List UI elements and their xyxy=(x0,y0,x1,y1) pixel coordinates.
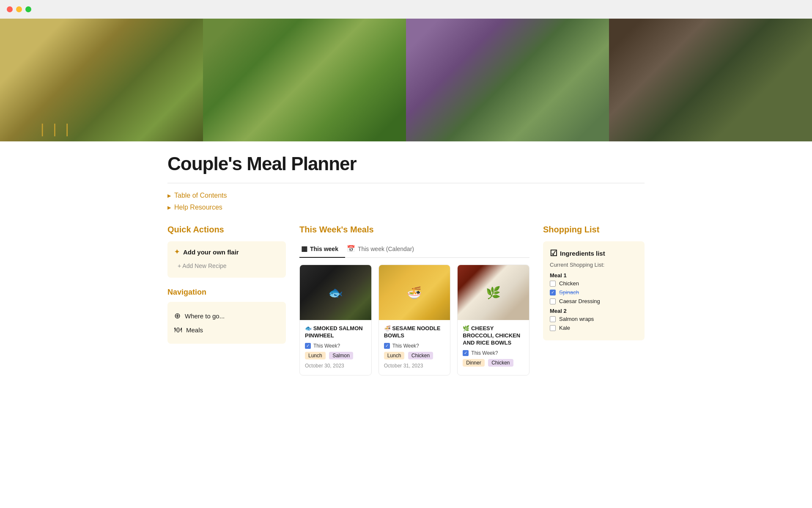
page-title: Couple's Meal Planner xyxy=(167,153,645,174)
meal-card-0[interactable]: 🐟 🐟 SMOKED SALMON PINWHEEL ✓ This Week? xyxy=(299,265,372,375)
meals-section: This Week's Meals ▦ This week 📅 This wee… xyxy=(299,225,529,375)
meals-grid: 🐟 🐟 SMOKED SALMON PINWHEEL ✓ This Week? xyxy=(299,265,529,375)
shopping-item-salmon-wraps[interactable]: Salmon wraps xyxy=(550,316,638,322)
shopping-title: ☑ Ingredients list xyxy=(550,248,638,258)
shopping-item-chicken[interactable]: Chicken xyxy=(550,280,638,287)
meal-card-body-2: 🌿 CHEESY BROCCOLI, CHICKEN AND RICE BOWL… xyxy=(458,320,529,375)
shopping-item-caesar[interactable]: Caesar Dressing xyxy=(550,298,638,304)
meal-source-icon-0: 🐟 xyxy=(305,325,313,331)
shopping-header: Shopping List xyxy=(543,225,645,235)
calendar-icon: 📅 xyxy=(347,245,355,253)
meal-tags-1: Lunch Chicken xyxy=(384,351,445,361)
meal-check-row-2: ✓ This Week? xyxy=(463,350,524,356)
hero-panel-3 xyxy=(406,19,609,141)
checklist-icon: ☑ xyxy=(550,248,557,258)
meal-image-0: 🐟 xyxy=(300,265,371,320)
meal-tags-2: Dinner Chicken xyxy=(463,359,524,368)
meal-card-body-0: 🐟 SMOKED SALMON PINWHEEL ✓ This Week? Lu… xyxy=(300,320,371,374)
tag-lunch-0: Lunch xyxy=(305,352,326,359)
tag-salmon-0: Salmon xyxy=(329,352,353,359)
meal-checkbox-2[interactable]: ✓ xyxy=(463,350,469,356)
toc-item-0[interactable]: ▶ Table of Contents xyxy=(167,192,645,199)
meal-date-0: October 30, 2023 xyxy=(305,363,366,369)
meal-source-icon-2: 🌿 xyxy=(463,325,471,331)
hero-collage xyxy=(0,19,812,141)
title-divider xyxy=(167,183,645,183)
minimize-button[interactable] xyxy=(16,6,22,12)
navigation-header: Navigation xyxy=(167,288,286,297)
checkbox-kale[interactable] xyxy=(550,325,556,331)
meal-checkbox-0[interactable]: ✓ xyxy=(305,343,311,349)
card-title: ✦ Add your own flair xyxy=(174,248,279,256)
checkbox-chicken[interactable] xyxy=(550,281,556,287)
shopping-meal-2-header: Meal 2 xyxy=(550,308,638,314)
meal-card-2[interactable]: 🌿 🌿 CHEESY BROCCOLI, CHICKEN AND RICE BO… xyxy=(457,265,529,375)
maximize-button[interactable] xyxy=(25,6,31,12)
tag-chicken-1: Chicken xyxy=(408,352,433,359)
meal-image-2: 🌿 xyxy=(458,265,529,320)
hero-panel-4 xyxy=(609,19,812,141)
three-column-layout: Quick Actions ✦ Add your own flair + Add… xyxy=(167,225,645,375)
tag-chicken-2: Chicken xyxy=(488,359,513,367)
shopping-item-kale[interactable]: Kale xyxy=(550,325,638,331)
tag-lunch-1: Lunch xyxy=(384,352,405,359)
add-recipe-button[interactable]: + Add New Recipe xyxy=(174,261,279,271)
toc-item-1[interactable]: ▶ Help Resources xyxy=(167,204,645,211)
navigation-card: ⊕ Where to go... 🍽 Meals xyxy=(167,302,286,344)
tab-this-week[interactable]: ▦ This week xyxy=(299,241,345,258)
meal-name-0: 🐟 SMOKED SALMON PINWHEEL xyxy=(305,325,366,340)
close-button[interactable] xyxy=(7,6,13,12)
meal-card-body-1: 🍜 Sesame Noodle Bowls ✓ This Week? Lunch… xyxy=(379,320,450,374)
meal-name-1: 🍜 Sesame Noodle Bowls xyxy=(384,325,445,340)
meal-check-row-1: ✓ This Week? xyxy=(384,343,445,349)
meal-name-2: 🌿 CHEESY BROCCOLI, CHICKEN AND RICE BOWL… xyxy=(463,325,524,347)
meal-check-row-0: ✓ This Week? xyxy=(305,343,366,349)
quick-actions-header: Quick Actions xyxy=(167,225,286,235)
shopping-subtitle: Current Shopping List: xyxy=(550,262,638,268)
shopping-section: Shopping List ☑ Ingredients list Current… xyxy=(543,225,645,340)
quick-actions-card: ✦ Add your own flair + Add New Recipe xyxy=(167,241,286,278)
meal-image-1: 🍜 xyxy=(379,265,450,320)
meal-checkbox-1[interactable]: ✓ xyxy=(384,343,390,349)
tag-dinner-2: Dinner xyxy=(463,359,484,367)
meals-tabs: ▦ This week 📅 This week (Calendar) xyxy=(299,241,529,258)
shopping-card: ☑ Ingredients list Current Shopping List… xyxy=(543,241,645,340)
meals-section-header: This Week's Meals xyxy=(299,225,529,235)
checkbox-spinach[interactable]: ✓ xyxy=(550,290,556,295)
cutlery-icon: | | | xyxy=(41,119,71,137)
left-column: Quick Actions ✦ Add your own flair + Add… xyxy=(167,225,286,344)
nav-item-where[interactable]: ⊕ Where to go... xyxy=(174,309,279,323)
checkbox-salmon-wraps[interactable] xyxy=(550,316,556,322)
flair-icon: ✦ xyxy=(174,248,180,256)
meal-card-1[interactable]: 🍜 🍜 Sesame Noodle Bowls ✓ This Week? xyxy=(379,265,451,375)
window-titlebar xyxy=(0,0,812,19)
checkbox-caesar[interactable] xyxy=(550,298,556,304)
hero-panel-1 xyxy=(0,19,203,141)
hero-panel-2 xyxy=(203,19,406,141)
hero-banner: | | | xyxy=(0,19,812,141)
toc-triangle-icon-1: ▶ xyxy=(167,205,171,210)
meal-tags-0: Lunch Salmon xyxy=(305,351,366,361)
toc-triangle-icon-0: ▶ xyxy=(167,193,171,199)
main-content: Couple's Meal Planner ▶ Table of Content… xyxy=(127,153,685,375)
toc-links: ▶ Table of Contents ▶ Help Resources xyxy=(167,192,645,211)
shopping-meal-1-header: Meal 1 xyxy=(550,272,638,279)
nav-item-meals[interactable]: 🍽 Meals xyxy=(174,323,279,337)
tab-calendar[interactable]: 📅 This week (Calendar) xyxy=(345,241,421,258)
meal-source-icon-1: 🍜 xyxy=(384,325,392,331)
shopping-item-spinach[interactable]: ✓ Spinach xyxy=(550,289,638,295)
compass-icon: ⊕ xyxy=(174,311,181,320)
meal-date-1: October 31, 2023 xyxy=(384,363,445,369)
grid-icon: ▦ xyxy=(301,245,307,253)
meals-icon: 🍽 xyxy=(174,326,182,334)
